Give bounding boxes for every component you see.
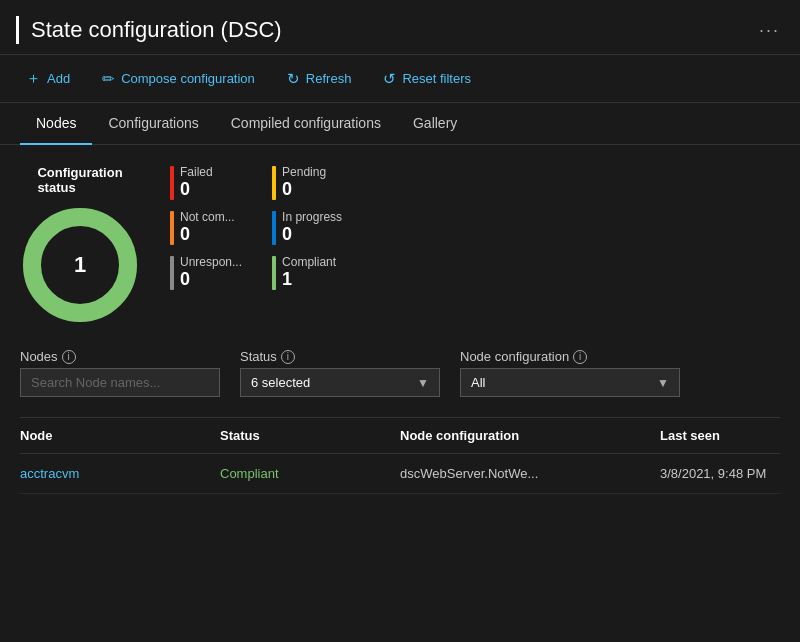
nodes-info-icon: i [62,350,76,364]
status-in-progress: In progress 0 [272,210,344,245]
status-not-compliant: Not com... 0 [170,210,242,245]
status-select[interactable]: 6 selected ▼ [240,368,440,397]
nodes-filter-group: Nodes i [20,349,220,397]
refresh-button[interactable]: ↻ Refresh [281,66,358,92]
compliant-count: 1 [282,269,336,290]
not-compliant-label: Not com... [180,210,235,224]
tabs-bar: Nodes Configurations Compiled configurat… [0,103,800,145]
toolbar: ＋ Add ✏ Compose configuration ↻ Refresh … [0,55,800,103]
main-content: Configurationstatus 1 Failed 0 [0,145,800,514]
cell-last-seen: 3/8/2021, 9:48 PM [660,466,800,481]
nodes-filter-label: Nodes i [20,349,220,364]
reset-filters-button[interactable]: ↺ Reset filters [377,66,477,92]
more-menu-button[interactable]: ··· [759,20,780,41]
page-header: State configuration (DSC) ··· [0,0,800,55]
col-last-seen: Last seen [660,428,800,443]
in-progress-label: In progress [282,210,342,224]
table-header: Node Status Node configuration Last seen [20,418,780,454]
status-selected-value: 6 selected [251,375,310,390]
in-progress-bar [272,211,276,245]
status-chevron-icon: ▼ [417,376,429,390]
tab-nodes[interactable]: Nodes [20,103,92,145]
compose-icon: ✏ [102,70,115,88]
node-config-chevron-icon: ▼ [657,376,669,390]
header-border [16,16,19,44]
tab-gallery[interactable]: Gallery [397,103,473,145]
nodes-search-input[interactable] [20,368,220,397]
node-config-filter-label: Node configuration i [460,349,680,364]
status-compliant: Compliant 1 [272,255,344,290]
status-grid: Failed 0 Pending 0 Not com... 0 [170,165,344,290]
status-filter-group: Status i 6 selected ▼ [240,349,440,397]
donut-value: 1 [74,252,86,278]
status-info-icon: i [281,350,295,364]
cell-node-config: dscWebServer.NotWe... [400,466,660,481]
node-config-selected-value: All [471,375,485,390]
tab-configurations[interactable]: Configurations [92,103,214,145]
status-section: Configurationstatus 1 Failed 0 [20,165,780,325]
pending-count: 0 [282,179,326,200]
not-compliant-count: 0 [180,224,235,245]
cell-status: Compliant [220,466,400,481]
node-config-select[interactable]: All ▼ [460,368,680,397]
node-config-info-icon: i [573,350,587,364]
unresponsive-count: 0 [180,269,242,290]
in-progress-count: 0 [282,224,342,245]
status-filter-label: Status i [240,349,440,364]
reset-filters-label: Reset filters [402,71,471,86]
nodes-table: Node Status Node configuration Last seen… [20,417,780,494]
add-button[interactable]: ＋ Add [20,65,76,92]
pending-bar [272,166,276,200]
failed-count: 0 [180,179,213,200]
unresponsive-bar [170,256,174,290]
add-label: Add [47,71,70,86]
donut-container: Configurationstatus 1 [20,165,140,325]
reset-icon: ↺ [383,70,396,88]
compose-configuration-button[interactable]: ✏ Compose configuration [96,66,261,92]
node-config-filter-group: Node configuration i All ▼ [460,349,680,397]
tab-compiled-configurations[interactable]: Compiled configurations [215,103,397,145]
pending-label: Pending [282,165,326,179]
table-row: acctracvm Compliant dscWebServer.NotWe..… [20,454,780,494]
add-icon: ＋ [26,69,41,88]
compose-label: Compose configuration [121,71,255,86]
refresh-icon: ↻ [287,70,300,88]
status-unresponsive: Unrespon... 0 [170,255,242,290]
not-compliant-bar [170,211,174,245]
donut-chart: 1 [20,205,140,325]
config-status-label: Configurationstatus [37,165,122,195]
col-node: Node [20,428,220,443]
cell-node-name[interactable]: acctracvm [20,466,220,481]
col-status: Status [220,428,400,443]
col-node-config: Node configuration [400,428,660,443]
filters-row: Nodes i Status i 6 selected ▼ Node confi… [20,349,780,397]
status-pending: Pending 0 [272,165,344,200]
refresh-label: Refresh [306,71,352,86]
compliant-label: Compliant [282,255,336,269]
failed-label: Failed [180,165,213,179]
page-title: State configuration (DSC) [31,17,759,43]
failed-bar [170,166,174,200]
status-failed: Failed 0 [170,165,242,200]
compliant-bar [272,256,276,290]
unresponsive-label: Unrespon... [180,255,242,269]
